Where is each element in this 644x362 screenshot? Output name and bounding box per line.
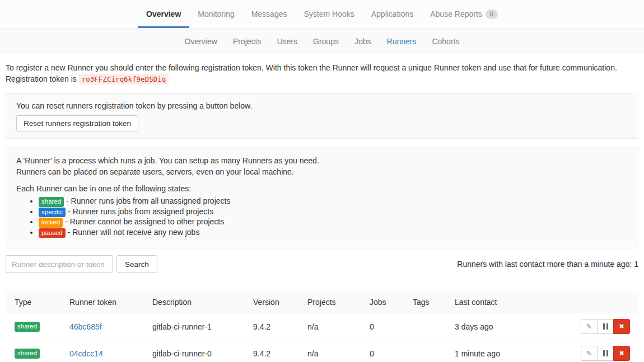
state-description: - Runner runs jobs from all unassigned p… <box>66 196 230 205</box>
remove-runner-button[interactable]: ✖ <box>613 346 630 361</box>
pause-icon <box>603 323 608 330</box>
state-description: - Runner will not receive any new jobs <box>68 228 200 237</box>
state-item-locked: locked - Runner cannot be assigned to ot… <box>39 217 628 228</box>
runner-row: shared 04cdcc14 gitlab-ci-runner-0 9.4.2… <box>6 340 638 362</box>
state-item-paused: paused - Runner will not receive any new… <box>39 228 628 238</box>
header-runner-token: Runner token <box>60 292 143 313</box>
top-tab-label: Applications <box>371 10 414 18</box>
sub-tab-users[interactable]: Users <box>269 29 305 54</box>
pause-runner-button[interactable] <box>597 319 614 334</box>
runners-table: Type Runner token Description Version Pr… <box>6 292 638 362</box>
runner-projects-cell: n/a <box>298 340 361 362</box>
runner-jobs-cell: 0 <box>361 313 404 340</box>
pencil-icon: ✎ <box>586 322 592 331</box>
edit-runner-button[interactable]: ✎ <box>581 319 598 334</box>
runner-description-cell: gitlab-ci-runner-0 <box>143 340 244 362</box>
runner-jobs-cell: 0 <box>361 340 404 362</box>
runner-actions-group: ✎ ✖ <box>581 319 630 334</box>
paused-state-badge: paused <box>39 228 66 238</box>
header-projects: Projects <box>298 292 361 313</box>
registration-token-prefix: Registration token is <box>6 74 77 83</box>
top-tab-messages[interactable]: Messages <box>243 0 296 28</box>
runner-search-input[interactable] <box>6 255 113 273</box>
runner-projects-cell: n/a <box>298 313 361 340</box>
remove-runner-button[interactable]: ✖ <box>613 319 630 334</box>
sub-tab-groups[interactable]: Groups <box>305 29 347 54</box>
runner-row: shared 46bc685f gitlab-ci-runner-1 9.4.2… <box>6 313 638 340</box>
edit-runner-button[interactable]: ✎ <box>581 346 598 361</box>
top-tab-label: Overview <box>146 10 181 18</box>
runner-info-line1: A 'Runner' is a process which runs a job… <box>16 155 628 166</box>
runner-token-cell: 46bc685f <box>60 313 143 340</box>
top-tab-system-hooks[interactable]: System Hooks <box>295 0 362 28</box>
specific-state-badge: specific <box>39 208 66 218</box>
header-type: Type <box>6 292 60 313</box>
reset-token-panel: You can reset runners registration token… <box>6 93 638 139</box>
header-version: Version <box>244 292 298 313</box>
table-header-row: Type Runner token Description Version Pr… <box>6 292 638 313</box>
remove-x-icon: ✖ <box>619 323 624 330</box>
top-tab-overview[interactable]: Overview <box>138 0 189 28</box>
runner-type-cell: shared <box>6 313 60 340</box>
runner-type-badge: shared <box>15 322 40 332</box>
runner-info-panel: A 'Runner' is a process which runs a job… <box>6 147 638 248</box>
registration-token-line: Registration token is ro3FFZCirq6kf9eDSD… <box>6 73 638 85</box>
runner-tags-cell <box>404 313 446 340</box>
reset-registration-token-button[interactable]: Reset runners registration token <box>16 115 138 131</box>
sub-tab-runners[interactable]: Runners <box>379 29 424 54</box>
header-jobs: Jobs <box>361 292 404 313</box>
top-tab-abuse-reports[interactable]: Abuse Reports 0 <box>422 0 506 28</box>
header-tags: Tags <box>404 292 446 313</box>
runner-actions-cell: ✎ ✖ <box>572 313 638 340</box>
search-button[interactable]: Search <box>116 255 157 273</box>
runner-token-link[interactable]: 46bc685f <box>69 322 102 331</box>
runner-type-cell: shared <box>6 340 60 362</box>
sub-tab-overview[interactable]: Overview <box>177 29 225 54</box>
pause-icon <box>603 350 608 356</box>
shared-state-badge: shared <box>39 197 64 207</box>
runner-search-row: Search Runners with last contact more th… <box>6 255 638 273</box>
runner-states-list: shared - Runner runs jobs from all unass… <box>16 196 628 238</box>
runner-token-cell: 04cdcc14 <box>60 340 143 362</box>
header-actions <box>572 292 638 313</box>
runner-last-contact-cell: 1 minute ago <box>446 340 572 362</box>
top-tab-monitoring[interactable]: Monitoring <box>189 0 242 28</box>
registration-intro-text: To register a new Runner you should ente… <box>6 62 638 73</box>
pencil-icon: ✎ <box>586 349 592 358</box>
state-item-specific: specific - Runner runs jobs from assigne… <box>39 207 628 218</box>
sub-tab-projects[interactable]: Projects <box>225 29 269 54</box>
top-tab-applications[interactable]: Applications <box>363 0 422 28</box>
pause-runner-button[interactable] <box>597 346 614 361</box>
runner-description-cell: gitlab-ci-runner-1 <box>143 313 244 340</box>
registration-token-value: ro3FFZCirq6kf9eDSDiq <box>79 74 169 84</box>
runner-states-intro: Each Runner can be in one of the followi… <box>16 183 628 194</box>
top-tab-label: System Hooks <box>304 10 354 18</box>
runner-info-line2: Runners can be placed on separate users,… <box>16 166 628 177</box>
runner-last-contact-cell: 3 days ago <box>446 313 572 340</box>
header-last-contact: Last contact <box>446 292 572 313</box>
last-contact-summary: Runners with last contact more than a mi… <box>457 260 638 269</box>
state-item-shared: shared - Runner runs jobs from all unass… <box>39 196 628 207</box>
runner-tags-cell <box>404 340 446 362</box>
remove-x-icon: ✖ <box>619 350 624 357</box>
abuse-reports-count-badge: 0 <box>486 10 498 19</box>
runners-page-content: To register a new Runner you should ente… <box>0 54 644 362</box>
state-description: - Runner runs jobs from assigned project… <box>68 207 213 216</box>
runner-version-cell: 9.4.2 <box>244 313 298 340</box>
state-description: - Runner cannot be assigned to other pro… <box>65 217 224 226</box>
runner-actions-group: ✎ ✖ <box>581 346 630 361</box>
sub-tab-cohorts[interactable]: Cohorts <box>424 29 467 54</box>
admin-top-nav: Overview Monitoring Messages System Hook… <box>0 0 644 29</box>
runner-token-link[interactable]: 04cdcc14 <box>69 349 103 358</box>
runner-actions-cell: ✎ ✖ <box>572 340 638 362</box>
runner-type-badge: shared <box>15 349 40 359</box>
top-tab-label: Messages <box>251 10 287 18</box>
top-tab-label: Abuse Reports <box>430 10 482 18</box>
top-tab-label: Monitoring <box>198 10 234 18</box>
runner-version-cell: 9.4.2 <box>244 340 298 362</box>
admin-sub-nav: Overview Projects Users Groups Jobs Runn… <box>0 29 644 54</box>
header-description: Description <box>143 292 244 313</box>
sub-tab-jobs[interactable]: Jobs <box>347 29 379 54</box>
reset-token-text: You can reset runners registration token… <box>16 100 628 111</box>
locked-state-badge: locked <box>39 218 63 228</box>
